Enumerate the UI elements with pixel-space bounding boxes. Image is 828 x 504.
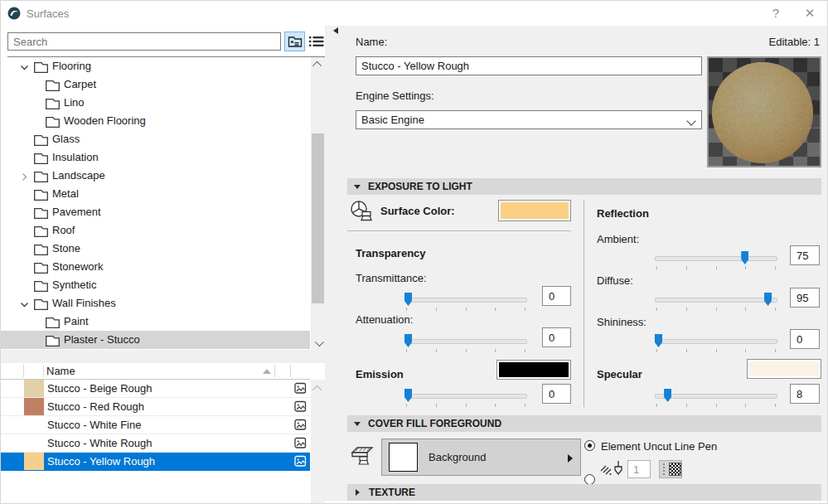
scroll-down-button[interactable]: [311, 336, 325, 350]
chevron-down-icon[interactable]: [20, 297, 30, 308]
surface-color-label: Surface Color:: [380, 205, 455, 217]
ambient-label: Ambient:: [597, 233, 639, 245]
surface-name: Stucco - White Rough: [44, 434, 291, 452]
transmittance-value[interactable]: [542, 286, 571, 306]
element-uncut-line-pen-radio[interactable]: [584, 440, 595, 451]
engine-select[interactable]: Basic Engine: [356, 110, 702, 129]
name-column-header[interactable]: Name: [46, 363, 75, 379]
cover-fill-select[interactable]: Background: [381, 439, 581, 476]
ambient-value[interactable]: [790, 245, 820, 265]
tree-item-flooring[interactable]: Flooring: [1, 57, 310, 75]
section-texture-header[interactable]: TEXTURE: [347, 484, 821, 501]
surface-color-swatch[interactable]: [498, 200, 571, 221]
slider-handle[interactable]: [655, 334, 662, 347]
section-exposure-header[interactable]: EXPOSURE TO LIGHT: [347, 178, 821, 195]
tree-scrollbar[interactable]: [311, 57, 325, 350]
tree-item-plaster-stucco[interactable]: Plaster - Stucco: [1, 331, 310, 349]
transmittance-slider[interactable]: [404, 291, 527, 313]
slider-handle[interactable]: [404, 293, 412, 306]
tree-item-label: Lino: [64, 94, 85, 112]
tree-item-paint[interactable]: Paint: [1, 313, 310, 331]
tree-item-lino[interactable]: Lino: [1, 94, 310, 112]
surfaces-dialog: Surfaces ? ✕ FlooringCarpetLinoWooden Fl…: [0, 0, 828, 504]
surface-row-stucco-red-rough[interactable]: Stucco - Red Rough: [1, 398, 310, 416]
tree-item-landscape[interactable]: Landscape: [1, 167, 310, 185]
shininess-value[interactable]: [790, 329, 820, 349]
tree-item-label: Wall Finishes: [52, 294, 116, 313]
tree-item-insulation[interactable]: Insulation: [1, 148, 310, 167]
chevron-right-icon[interactable]: [20, 169, 30, 181]
attenuation-value[interactable]: [542, 327, 571, 347]
attenuation-slider[interactable]: [404, 332, 527, 354]
surface-row-stucco-yellow-rough[interactable]: Stucco - Yellow Rough: [1, 453, 310, 471]
folder-view-toggle-button[interactable]: [284, 32, 305, 51]
surface-folder-tree: FlooringCarpetLinoWooden FlooringGlassIn…: [1, 57, 310, 350]
surface-list-header[interactable]: Name: [1, 363, 310, 380]
list-scrollbar[interactable]: [311, 380, 325, 504]
shininess-label: Shininess:: [597, 316, 646, 328]
tree-item-metal[interactable]: Metal: [1, 185, 310, 203]
emission-value[interactable]: [542, 384, 571, 404]
tree-item-synthetic[interactable]: Synthetic: [1, 276, 310, 294]
list-view-toggle-button[interactable]: [307, 32, 326, 51]
emission-slider[interactable]: [404, 387, 527, 409]
tree-item-wall-finishes[interactable]: Wall Finishes: [1, 294, 310, 313]
tree-item-roof[interactable]: Roof: [1, 221, 310, 240]
pen-icon: [613, 460, 623, 476]
emission-color-swatch[interactable]: [496, 360, 571, 380]
pen-color-button[interactable]: [659, 460, 682, 478]
folder-icon: [34, 279, 48, 291]
emission-label: Emission: [356, 368, 404, 380]
list-view-icon: [309, 36, 324, 47]
specular-color-swatch[interactable]: [747, 359, 821, 379]
surface-color-cell: [24, 434, 44, 452]
slider-handle[interactable]: [404, 334, 412, 347]
chevron-down-icon[interactable]: [20, 60, 30, 71]
scroll-up-button[interactable]: [311, 381, 325, 395]
slider-handle[interactable]: [764, 293, 772, 306]
tree-item-pavement[interactable]: Pavement: [1, 203, 310, 221]
drag-handle-icon: [663, 463, 665, 475]
search-input[interactable]: [7, 32, 281, 51]
tree-item-wooden-flooring[interactable]: Wooden Flooring: [1, 112, 310, 130]
flyout-arrow-icon: [568, 454, 573, 463]
row-margin-cell: [1, 434, 24, 452]
scroll-up-button[interactable]: [311, 57, 325, 71]
slider-handle[interactable]: [664, 389, 671, 402]
collapse-panel-icon[interactable]: [333, 27, 338, 34]
folder-icon: [34, 61, 48, 72]
surface-row-stucco-white-fine[interactable]: Stucco - White Fine: [1, 416, 310, 434]
section-cover-fill-header[interactable]: COVER FILL FOREGROUND: [347, 415, 821, 432]
help-button[interactable]: ?: [767, 5, 784, 22]
tree-item-label: Pavement: [52, 203, 101, 221]
tree-item-stone[interactable]: Stone: [1, 240, 310, 258]
tree-item-stonework[interactable]: Stonework: [1, 258, 310, 276]
pen-number-input[interactable]: [627, 460, 651, 478]
tree-item-carpet[interactable]: Carpet: [1, 75, 310, 94]
tree-item-label: Metal: [52, 185, 79, 203]
slider-handle[interactable]: [404, 389, 412, 402]
folder-icon: [34, 133, 48, 145]
surface-row-stucco-white-rough[interactable]: Stucco - White Rough: [1, 434, 310, 453]
engine-select-value: Basic Engine: [361, 114, 424, 126]
transmittance-label: Transmittance:: [356, 272, 427, 284]
slider-handle[interactable]: [741, 251, 748, 264]
tree-scrollbar-thumb[interactable]: [312, 133, 324, 303]
expand-triangle-icon: [356, 489, 360, 496]
ambient-slider[interactable]: [655, 250, 777, 271]
preview-sphere-image: [709, 58, 820, 166]
tree-item-glass[interactable]: Glass: [1, 130, 310, 148]
specular-value[interactable]: [790, 384, 820, 404]
fill-preview-swatch: [389, 443, 418, 472]
close-button[interactable]: ✕: [801, 5, 818, 22]
specular-slider[interactable]: [655, 387, 777, 409]
pen-pattern-swatch: [669, 463, 681, 476]
shininess-slider[interactable]: [655, 332, 777, 354]
surface-row-stucco-beige-rough[interactable]: Stucco - Beige Rough: [1, 380, 310, 398]
sort-ascending-icon: [263, 369, 271, 374]
surface-name-input[interactable]: [356, 56, 702, 75]
diffuse-value[interactable]: [790, 288, 820, 308]
diffuse-slider[interactable]: [655, 291, 777, 313]
tree-item-label: Landscape: [52, 167, 105, 185]
collapse-triangle-icon: [354, 185, 361, 189]
